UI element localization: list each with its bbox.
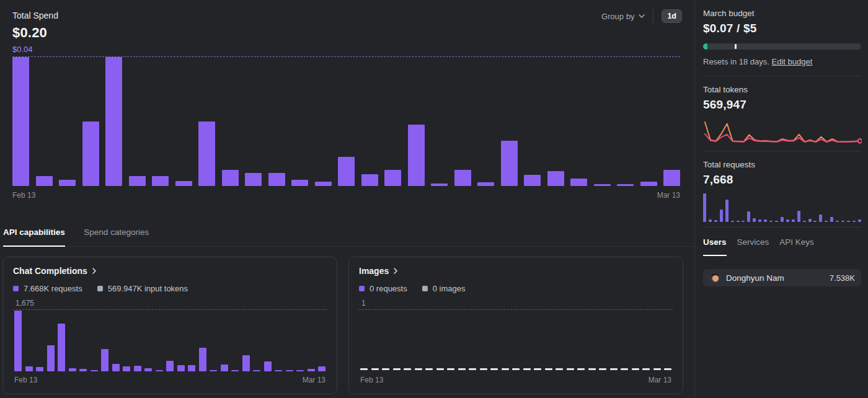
edit-budget-link[interactable]: Edit budget: [772, 57, 813, 66]
chevron-right-icon: [92, 268, 96, 274]
usage-dashboard: Total Spend $0.20 $0.04 Group by 1d Feb …: [0, 0, 868, 398]
toolbar-divider: [653, 9, 653, 24]
spend-x-axis: Feb 13 Mar 13: [12, 191, 680, 200]
card-ymax-label: 1: [359, 299, 673, 307]
legend-swatch-gray: [422, 286, 428, 291]
card-legend: 0 requests 0 images: [359, 284, 673, 293]
legend-swatch-purple: [359, 286, 365, 291]
images-chart: [359, 309, 673, 371]
capability-cards: Chat Completions 7.668K requests 569.947…: [2, 257, 683, 394]
user-avatar: [709, 272, 720, 283]
tab-api-keys[interactable]: API Keys: [779, 237, 814, 256]
card-title: Images: [359, 266, 389, 276]
legend-item-requests: 7.668K requests: [13, 284, 82, 293]
right-sidebar: March budget $0.07 / $5 Resets in 18 day…: [694, 0, 868, 398]
total-spend-value: $0.20: [12, 25, 47, 41]
main-panel: Total Spend $0.20 $0.04 Group by 1d Feb …: [0, 0, 694, 398]
card-legend: 7.668K requests 569.947K input tokens: [13, 284, 327, 293]
card-x-axis: Feb 13 Mar 13: [13, 376, 327, 384]
user-request-count: 7.538K: [830, 273, 855, 283]
legend-label: 0 requests: [370, 284, 407, 293]
chat-completions-bars: [14, 310, 326, 371]
chevron-down-icon: [639, 14, 645, 18]
card-title: Chat Completions: [13, 266, 87, 276]
budget-title: March budget: [703, 9, 861, 18]
sidebar-tabs: Users Services API Keys: [703, 237, 861, 256]
legend-swatch-gray: [97, 286, 103, 291]
tokens-title: Total tokens: [703, 85, 861, 94]
tab-spend-categories[interactable]: Spend categories: [84, 228, 149, 245]
spend-chart-bars: [12, 57, 680, 186]
legend-swatch-purple: [13, 286, 19, 291]
legend-label: 7.668K requests: [24, 284, 82, 293]
budget-progress-fill: [703, 43, 707, 50]
images-link[interactable]: Images: [359, 266, 673, 276]
x-label-start: Feb 13: [360, 376, 383, 384]
legend-item-input-tokens: 569.947K input tokens: [97, 284, 188, 293]
group-by-dropdown[interactable]: Group by: [601, 12, 645, 21]
legend-label: 0 images: [433, 284, 466, 293]
tab-api-capabilities[interactable]: API capabilities: [3, 228, 65, 247]
interval-button[interactable]: 1d: [662, 9, 682, 24]
tab-users[interactable]: Users: [703, 237, 727, 256]
tokens-section: Total tokens 569,947: [703, 76, 861, 151]
requests-title: Total requests: [703, 160, 861, 169]
chat-completions-chart: [13, 309, 327, 371]
budget-progress-bar: [703, 43, 861, 50]
chart-toolbar: Group by 1d: [601, 8, 682, 24]
capability-tabs: API capabilities Spend categories: [0, 226, 694, 247]
users-section: Users Services API Keys Donghyun Nam 7.5…: [703, 228, 861, 286]
x-label-end: Mar 13: [303, 376, 326, 384]
budget-reset-text: Resets in 18 days.: [703, 57, 769, 66]
x-label-end: Mar 13: [649, 376, 671, 384]
images-card: Images 0 requests 0 images 1: [348, 257, 683, 394]
x-label-start: Feb 13: [14, 376, 37, 384]
x-label-end: Mar 13: [657, 191, 680, 200]
spend-chart: [12, 56, 680, 186]
legend-item-images: 0 images: [422, 284, 466, 293]
x-label-start: Feb 13: [12, 191, 35, 200]
user-list: Donghyun Nam 7.538K: [703, 269, 861, 286]
legend-label: 569.947K input tokens: [108, 284, 188, 293]
page-title: Total Spend: [12, 11, 58, 20]
card-x-axis: Feb 13 Mar 13: [359, 376, 673, 384]
chat-completions-card: Chat Completions 7.668K requests 569.947…: [2, 257, 337, 394]
chevron-right-icon: [394, 268, 397, 274]
user-row[interactable]: Donghyun Nam 7.538K: [703, 269, 861, 286]
tokens-sparkline: [703, 120, 862, 144]
tab-services[interactable]: Services: [737, 237, 769, 256]
legend-item-requests: 0 requests: [359, 284, 407, 293]
chat-completions-link[interactable]: Chat Completions: [13, 266, 327, 276]
requests-section: Total requests 7,668: [703, 151, 861, 228]
budget-progress-marker: [735, 44, 737, 49]
budget-section: March budget $0.07 / $5 Resets in 18 day…: [703, 0, 861, 76]
spend-ymax-label: $0.04: [12, 45, 33, 54]
tokens-value: 569,947: [703, 98, 861, 112]
images-zero-bars: [360, 310, 671, 371]
group-by-label: Group by: [601, 12, 634, 21]
budget-value: $0.07 / $5: [703, 22, 861, 35]
budget-footer: Resets in 18 days. Edit budget: [703, 57, 861, 66]
requests-value: 7,668: [703, 173, 861, 187]
requests-sparkline-bars: [703, 192, 861, 222]
user-name: Donghyun Nam: [726, 273, 824, 283]
card-ymax-label: 1,675: [13, 299, 327, 307]
